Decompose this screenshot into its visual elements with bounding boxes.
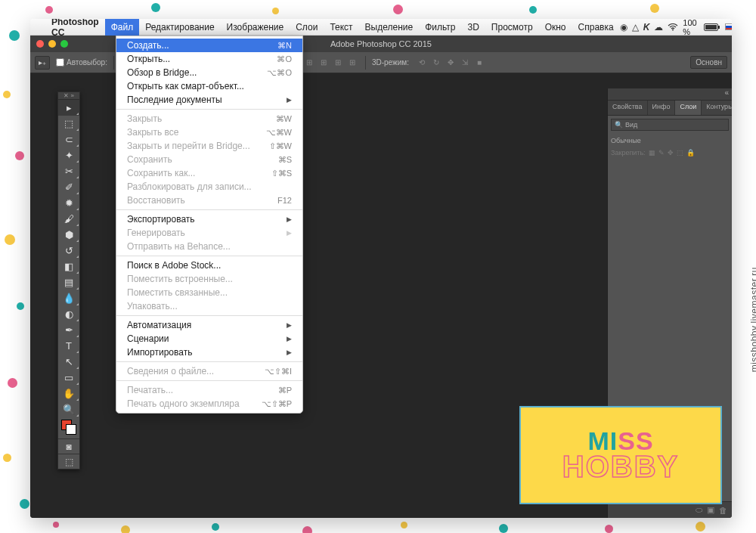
rectangle-tool[interactable]: ▭ [58, 370, 79, 386]
lock-all-icon[interactable]: 🔒 [686, 149, 695, 156]
link-layers-icon[interactable]: ⬭ [696, 505, 702, 515]
file-menu-item[interactable]: Экспортировать▶ [116, 212, 302, 226]
file-menu-item: Поместить встроенные... [116, 272, 302, 286]
distribute-icon[interactable]: ⊞ [302, 57, 316, 69]
submenu-arrow-icon: ▶ [287, 349, 292, 356]
file-menu-item: Печать одного экземпляра⌥⇧⌘P [116, 397, 302, 411]
submenu-arrow-icon: ▶ [287, 215, 292, 223]
file-menu-item[interactable]: Обзор в Bridge...⌥⌘O [116, 66, 302, 79]
pen-tool[interactable]: ✒ [58, 322, 79, 338]
file-menu-item: Отправить на Behance... [116, 240, 302, 253]
menubar-item-справка[interactable]: Справка [572, 19, 620, 36]
zoom-tool[interactable]: 🔍 [58, 401, 79, 417]
3d-icon[interactable]: ✥ [444, 57, 457, 69]
lock-artboard-icon[interactable]: ⬚ [677, 149, 683, 156]
toolbox-grip[interactable]: ✕ » [58, 92, 79, 100]
minimize-window-button[interactable] [48, 40, 56, 48]
file-menu-item[interactable]: Последние документы▶ [116, 93, 302, 107]
3d-icon[interactable]: ⇲ [458, 57, 472, 69]
cc-icon[interactable]: ◉ [620, 22, 627, 33]
path-select-tool[interactable]: ↖ [58, 354, 79, 370]
menubar-item-текст[interactable]: Текст [324, 19, 358, 36]
lasso-tool[interactable]: ⊂ [58, 132, 79, 147]
watermark-url: misshobby.livemaster.ru [749, 267, 756, 372]
menubar-item-фильтр[interactable]: Фильтр [419, 19, 461, 36]
cloud-icon[interactable]: ☁ [654, 22, 663, 33]
trash-icon[interactable]: 🗑 [719, 506, 727, 515]
stamp-tool[interactable]: ⬢ [58, 227, 79, 243]
dodge-tool[interactable]: ◐ [58, 306, 79, 322]
distribute-icon[interactable]: ⊞ [331, 57, 345, 69]
marquee-tool[interactable]: ⬚ [58, 116, 79, 132]
type-tool[interactable]: T [58, 338, 79, 354]
file-menu-item[interactable]: Сценарии▶ [116, 332, 302, 346]
eyedropper-tool[interactable]: ✐ [58, 179, 79, 195]
crop-tool[interactable]: ✂ [58, 163, 79, 179]
menubar-item-3d[interactable]: 3D [462, 19, 485, 36]
app-name[interactable]: Photoshop CC [45, 19, 105, 38]
history-brush-tool[interactable]: ↺ [58, 243, 79, 259]
eraser-tool[interactable]: ◧ [58, 259, 79, 274]
background-color[interactable] [66, 424, 76, 435]
k-icon[interactable]: K [643, 22, 650, 33]
panel-collapse-icon[interactable]: « [608, 88, 732, 101]
lock-move-icon[interactable]: ✥ [668, 149, 674, 156]
autoselect-checkbox[interactable]: Автовыбор: [56, 58, 107, 67]
file-menu-item[interactable]: Импортировать▶ [116, 346, 302, 359]
menu-separator [116, 109, 302, 110]
tool-preset-icon[interactable]: ▸₊ [35, 56, 50, 70]
panel-tab-Слои[interactable]: Слои [675, 101, 702, 115]
blur-tool[interactable]: 💧 [58, 290, 79, 306]
file-menu-item: Сохранить как...⇧⌘S [116, 166, 302, 180]
svg-point-0 [672, 29, 674, 30]
file-menu-item[interactable]: Поиск в Adobe Stock... [116, 259, 302, 272]
screenmode-icon[interactable]: ⬚ [58, 454, 79, 469]
move-tool[interactable]: ▸ [58, 100, 79, 116]
menubar-item-окно[interactable]: Окно [539, 19, 572, 36]
menubar-item-файл[interactable]: Файл [105, 19, 140, 36]
menubar-item-редактирование[interactable]: Редактирование [139, 19, 220, 36]
lock-brush-icon[interactable]: ✎ [658, 149, 665, 156]
hand-tool[interactable]: ✋ [58, 386, 79, 401]
distribute-icon[interactable]: ⊞ [317, 57, 330, 69]
3d-icon[interactable]: ■ [472, 57, 486, 69]
distribute-icon[interactable]: ⊞ [345, 57, 359, 69]
close-window-button[interactable] [36, 40, 44, 48]
svg-rect-3 [718, 26, 720, 29]
wifi-icon[interactable] [668, 23, 678, 31]
file-menu-item[interactable]: Открыть...⌘O [116, 52, 302, 66]
file-menu-item[interactable]: Автоматизация▶ [116, 318, 302, 332]
panel-tab-Инфо[interactable]: Инфо [648, 101, 676, 115]
submenu-arrow-icon: ▶ [287, 335, 292, 342]
brush-heal-tool[interactable]: ✹ [58, 195, 79, 211]
menubar-item-просмотр[interactable]: Просмотр [485, 19, 539, 36]
watermark-line2: HOBBY [562, 450, 679, 484]
workspace-switcher[interactable]: Основн [690, 56, 727, 69]
svg-rect-2 [705, 25, 717, 29]
3d-icon[interactable]: ⟲ [415, 57, 429, 69]
battery-icon[interactable] [704, 23, 720, 31]
file-menu-item[interactable]: Создать...⌘N [116, 39, 302, 52]
lock-pixels-icon[interactable]: ▦ [649, 149, 655, 156]
blend-mode-dropdown[interactable]: Обычные [611, 137, 641, 144]
mode-label: 3D-режим: [372, 58, 409, 67]
file-menu-item: Упаковать... [116, 299, 302, 313]
panel-tab-Свойства[interactable]: Свойства [608, 101, 648, 115]
file-menu-item[interactable]: Открыть как смарт-объект... [116, 79, 302, 93]
maximize-window-button[interactable] [60, 40, 68, 48]
input-flag-icon[interactable] [725, 23, 732, 30]
quickmask-icon[interactable]: ◙ [58, 438, 79, 454]
brush-tool[interactable]: 🖌 [58, 211, 79, 227]
menubar-item-выделение[interactable]: Выделение [359, 19, 420, 36]
color-swatches[interactable] [58, 417, 79, 438]
menubar-item-изображение[interactable]: Изображение [221, 19, 290, 36]
menubar-item-слои[interactable]: Слои [290, 19, 324, 36]
gradient-tool[interactable]: ▤ [58, 274, 79, 290]
3d-icon[interactable]: ↻ [429, 57, 443, 69]
wand-tool[interactable]: ✦ [58, 147, 79, 163]
panel-tab-Контуры[interactable]: Контуры [702, 101, 732, 115]
file-menu-item: Закрыть все⌥⌘W [116, 126, 302, 139]
drive-icon[interactable]: △ [632, 22, 639, 33]
layer-filter-search[interactable]: 🔍 Вид [611, 119, 729, 131]
new-layer-icon[interactable]: ▣ [707, 505, 714, 515]
